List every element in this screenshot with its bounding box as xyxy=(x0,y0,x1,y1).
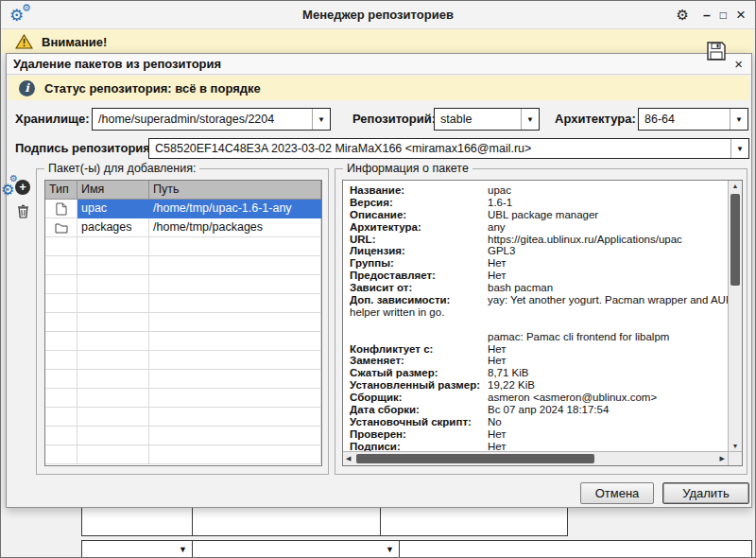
info-row: Описание:UBL package manager xyxy=(350,209,728,221)
table-row-empty xyxy=(45,294,321,313)
repository-label: Репозиторий: xyxy=(352,108,436,131)
info-label: Проверен: xyxy=(350,428,488,441)
info-label: Лицензия: xyxy=(350,245,488,257)
storage-label: Хранилище: xyxy=(15,108,89,131)
scroll-left-icon[interactable]: ◀ xyxy=(346,455,351,462)
chevron-down-icon: ▼ xyxy=(179,545,187,554)
info-value: upac xyxy=(488,184,728,197)
table-row-empty xyxy=(45,445,321,464)
table-row[interactable]: packages/home/tmp/packages xyxy=(45,218,321,237)
dialog-titlebar: Удаление пакетов из репозитория × xyxy=(7,54,751,75)
warning-text: Внимание! xyxy=(42,35,107,49)
info-label: Архитектура: xyxy=(350,221,488,234)
column-header-path[interactable]: Путь xyxy=(149,181,321,200)
architecture-value: 86-64 xyxy=(639,109,730,130)
info-row: Установленный размер:19,22 KiB xyxy=(350,379,728,392)
table-row-empty xyxy=(45,237,321,256)
column-header-name[interactable]: Имя xyxy=(77,181,149,200)
info-label: Дата сборки: xyxy=(350,404,488,416)
chevron-down-icon[interactable]: ▼ xyxy=(521,109,539,130)
info-row: pamac: Pamac cli frontend for libalpm xyxy=(350,331,728,343)
window-title: Менеджер репозиториев xyxy=(114,1,642,29)
app-window: ⚙ ⚙ Менеджер репозиториев ⚙ – □ × ! Вним… xyxy=(0,0,756,558)
scrollbar-thumb[interactable] xyxy=(356,454,594,463)
signature-value: C58520EF14C48E3A 2023-03-02 MiraMaX166 <… xyxy=(149,139,730,158)
info-row: Установочный скрипт:No xyxy=(350,416,728,428)
info-value: Вс 07 апр 2024 18:17:54 xyxy=(488,404,728,416)
packages-group: Пакет(-ы) для добавления: Тип Имя Путь u… xyxy=(36,168,329,475)
table-row[interactable]: upac/home/tmp/upac-1.6-1-any xyxy=(45,200,321,218)
titlebar: ⚙ ⚙ Менеджер репозиториев ⚙ – □ × xyxy=(1,1,755,29)
app-gears-icon: ⚙ ⚙ xyxy=(9,3,42,28)
folder-icon xyxy=(45,218,77,237)
info-value xyxy=(444,306,728,319)
column-header-type[interactable]: Тип xyxy=(45,181,77,200)
package-name: packages xyxy=(77,218,149,237)
cancel-button[interactable]: Отмена xyxy=(580,482,654,504)
package-info-content: Название:upacВерсия:1.6-1Описание:UBL pa… xyxy=(343,181,728,451)
info-label: Версия: xyxy=(350,197,488,209)
info-value: Нет xyxy=(488,441,728,451)
architecture-combobox[interactable]: 86-64 ▼ xyxy=(638,108,748,131)
info-value: Нет xyxy=(488,257,728,270)
signature-label: Подпись репозитория: xyxy=(15,138,154,159)
info-value: pamac: Pamac cli frontend for libalpm xyxy=(488,331,728,343)
info-row xyxy=(350,319,728,331)
dialog-close-icon[interactable]: × xyxy=(734,54,743,75)
repo-status-bar: i Статус репозитория: всё в порядке xyxy=(9,76,749,100)
info-label: URL: xyxy=(350,234,488,246)
table-row-empty xyxy=(45,332,321,351)
vertical-scrollbar[interactable]: ▲ ▼ xyxy=(728,181,742,451)
warning-triangle-icon: ! xyxy=(15,34,33,49)
info-value: Нет xyxy=(488,355,728,367)
gear-icon: ⚙ xyxy=(1,183,14,198)
info-value: Нет xyxy=(488,343,728,356)
scroll-up-icon[interactable]: ▲ xyxy=(729,183,742,189)
scrollbar-thumb[interactable] xyxy=(730,194,740,286)
info-row: Группы:Нет xyxy=(350,257,728,270)
window-controls: ⚙ – □ × xyxy=(677,1,746,29)
package-table-header: Тип Имя Путь xyxy=(45,181,321,200)
repository-value: stable xyxy=(435,109,521,130)
scroll-down-icon[interactable]: ▼ xyxy=(729,443,742,449)
chevron-down-icon[interactable]: ▼ xyxy=(312,109,330,130)
signature-combobox[interactable]: C58520EF14C48E3A 2023-03-02 MiraMaX166 <… xyxy=(148,138,749,159)
info-row: Конфликтует с:Нет xyxy=(350,343,728,356)
minimize-button[interactable]: – xyxy=(703,8,711,23)
gear-icon: ⚙ xyxy=(22,3,31,13)
info-label: Установочный скрипт: xyxy=(350,416,488,428)
info-value: https://gitea.ublinux.ru/Applications/up… xyxy=(488,234,728,246)
table-row-empty xyxy=(45,351,321,370)
chevron-down-icon[interactable]: ▼ xyxy=(730,139,748,158)
info-row: Название:upac xyxy=(350,184,728,197)
close-button[interactable]: × xyxy=(736,6,746,25)
chevron-down-icon[interactable]: ▼ xyxy=(730,109,747,130)
save-floppy-icon[interactable] xyxy=(706,41,727,65)
info-row: Заменяет:Нет xyxy=(350,355,728,367)
packages-group-title: Пакет(-ы) для добавления: xyxy=(44,162,199,175)
horizontal-scrollbar[interactable]: ◀ ▶ xyxy=(343,451,728,465)
background-combobox: ▼ xyxy=(81,540,193,558)
package-table[interactable]: Тип Имя Путь upac/home/tmp/upac-1.6-1-an… xyxy=(44,180,322,466)
info-row: Лицензия:GPL3 xyxy=(350,245,728,257)
info-value: any xyxy=(488,221,728,234)
delete-button[interactable]: Удалить xyxy=(662,482,749,504)
info-value: Нет xyxy=(488,270,728,282)
info-row: Доп. зависимости:yay: Yet another yogurt… xyxy=(350,294,728,306)
repository-combobox[interactable]: stable ▼ xyxy=(434,108,540,131)
warning-bar: ! Внимание! xyxy=(2,29,754,54)
info-label: Название: xyxy=(350,184,488,197)
info-label: Конфликтует с: xyxy=(350,343,488,356)
settings-gear-icon[interactable]: ⚙ xyxy=(677,7,689,24)
info-row: Проверен:Нет xyxy=(350,428,728,441)
table-row-empty xyxy=(45,427,321,445)
storage-combobox[interactable]: /home/superadmin/storages/2204 ▼ xyxy=(92,108,331,131)
scroll-right-icon[interactable]: ▶ xyxy=(720,455,725,462)
info-value: 1.6-1 xyxy=(488,197,728,209)
info-icon: i xyxy=(19,80,35,96)
background-combobox: ▼ xyxy=(192,540,400,558)
info-row: Дата сборки:Вс 07 апр 2024 18:17:54 xyxy=(350,404,728,416)
info-value: UBL package manager xyxy=(488,209,728,221)
architecture-label: Архитектура: xyxy=(555,108,636,131)
maximize-button[interactable]: □ xyxy=(720,9,727,22)
